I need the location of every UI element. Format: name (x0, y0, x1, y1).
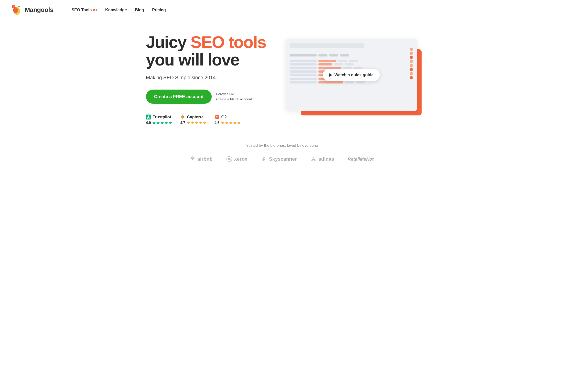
trusted-section: Trusted by the big ones, loved by everyo… (0, 134, 563, 176)
star-1: ★ (221, 120, 225, 125)
rating-brand-g2: G2 G2 (215, 115, 227, 120)
capterra-score-row: 4.7 ★ ★ ★ ★ ★ (180, 120, 206, 125)
watch-guide-button[interactable]: Watch a quick guide (323, 69, 380, 81)
blog-link[interactable]: Blog (135, 8, 144, 12)
play-icon (329, 73, 332, 77)
star-5: ★ (237, 120, 241, 125)
cta-subtext-line1: Forever FREE. (216, 92, 252, 97)
trustpilot-label: Trustpilot (153, 115, 171, 120)
retailmenot-text: RetailMeNot (348, 157, 374, 162)
svg-text:10: 10 (13, 6, 14, 7)
skyscanner-logo: Skyscanner (261, 156, 297, 162)
trustpilot-stars: ★ ★ ★ ★ ★ (152, 120, 172, 125)
adidas-logo: adidas (310, 156, 334, 162)
star-2: ★ (225, 120, 229, 125)
rating-brand-capterra: Capterra (180, 115, 204, 120)
trusted-title: Trusted by the big ones, loved by everyo… (11, 143, 552, 148)
navbar: 10 Mangools SEO Tools ▾ Knowledge Blog P… (0, 0, 563, 20)
capterra-icon (180, 115, 185, 120)
g2-icon: G2 (215, 115, 219, 120)
dash-data-row (290, 81, 413, 84)
g2-label: G2 (221, 115, 227, 120)
rating-g2: G2 G2 4.6 ★ ★ ★ ★ ★ (215, 115, 241, 125)
star-4: ★ (199, 120, 203, 125)
heading-highlight: SEO tools (191, 33, 266, 51)
nav-item-seo-tools[interactable]: SEO Tools ▾ (72, 8, 97, 12)
capterra-score: 4.7 (180, 121, 185, 125)
dashboard-screenshot: Watch a quick guide (286, 39, 417, 111)
star-1: ★ (187, 120, 190, 125)
ratings-row: Trustpilot 4.9 ★ ★ ★ ★ ★ (146, 115, 277, 125)
capterra-label: Capterra (187, 115, 204, 120)
airbnb-logo: airbnb (189, 156, 213, 162)
trustpilot-icon (146, 115, 151, 120)
nav-links: SEO Tools ▾ Knowledge Blog Pricing (72, 8, 166, 12)
cta-row: Create a FREE account Forever FREE. Crea… (146, 90, 277, 104)
rating-capterra: Capterra 4.7 ★ ★ ★ ★ ★ (180, 115, 206, 125)
dash-data-row (290, 60, 413, 62)
mangools-logo-icon: 10 (11, 4, 23, 16)
xerox-logo: xerox (226, 156, 247, 162)
seo-tools-link[interactable]: SEO Tools ▾ (72, 8, 97, 12)
g2-stars: ★ ★ ★ ★ ★ (221, 120, 241, 125)
heading-text-juicy: Juicy (146, 33, 191, 51)
cta-subtext-line2: Create a FREE account (216, 97, 252, 102)
airbnb-text: airbnb (197, 156, 213, 162)
star-2: ★ (156, 120, 160, 125)
star-3: ★ (195, 120, 198, 125)
create-account-button[interactable]: Create a FREE account (146, 90, 212, 104)
logo-area[interactable]: 10 Mangools (11, 4, 53, 16)
skyscanner-text: Skyscanner (269, 156, 297, 162)
hero-heading: Juicy SEO tools you will love (146, 34, 277, 68)
xerox-text: xerox (234, 156, 247, 162)
brand-logos-row: airbnb xerox Skyscanner adidas Ret (11, 156, 552, 162)
g2-score-row: 4.6 ★ ★ ★ ★ ★ (215, 120, 241, 125)
retailmenot-logo: RetailMeNot (348, 157, 374, 162)
rating-trustpilot: Trustpilot 4.9 ★ ★ ★ ★ ★ (146, 115, 172, 125)
chevron-down-icon: ▾ (96, 8, 97, 12)
star-2: ★ (191, 120, 194, 125)
airbnb-icon (189, 156, 196, 162)
dash-header-row (290, 54, 413, 57)
nav-divider (65, 6, 65, 14)
trustpilot-score: 4.9 (146, 121, 151, 125)
star-5: ★ (168, 120, 172, 125)
dash-data-row (290, 67, 413, 69)
dash-topbar (290, 43, 364, 48)
star-1: ★ (152, 120, 156, 125)
knowledge-link[interactable]: Knowledge (105, 8, 127, 12)
nav-item-pricing[interactable]: Pricing (152, 8, 166, 12)
adidas-icon (310, 156, 317, 162)
rating-brand-trustpilot: Trustpilot (146, 115, 171, 120)
svg-text:G2: G2 (216, 116, 219, 119)
star-4: ★ (233, 120, 237, 125)
skyscanner-icon (261, 156, 267, 162)
trustpilot-score-row: 4.9 ★ ★ ★ ★ ★ (146, 120, 172, 125)
brand-name: Mangools (25, 6, 53, 13)
nav-item-knowledge[interactable]: Knowledge (105, 8, 127, 12)
dash-data-row (290, 63, 413, 65)
pricing-link[interactable]: Pricing (152, 8, 166, 12)
star-5: ★ (203, 120, 206, 125)
xerox-icon (226, 156, 232, 162)
heading-line2: you will love (146, 50, 239, 69)
hero-right: Watch a quick guide (286, 39, 417, 120)
star-3: ★ (160, 120, 164, 125)
nav-item-blog[interactable]: Blog (135, 8, 144, 12)
hero-section: Juicy SEO tools you will love Making SEO… (135, 20, 428, 134)
g2-score: 4.6 (215, 121, 219, 125)
star-4: ★ (164, 120, 168, 125)
hero-subtext: Making SEO Simple since 2014. (146, 75, 277, 81)
watch-guide-label: Watch a quick guide (334, 73, 373, 77)
svg-marker-6 (183, 115, 185, 117)
capterra-stars: ★ ★ ★ ★ ★ (187, 120, 206, 125)
adidas-text: adidas (319, 156, 334, 162)
hero-content-left: Juicy SEO tools you will love Making SEO… (146, 34, 277, 125)
cta-subtext: Forever FREE. Create a FREE account (216, 92, 252, 102)
svg-point-10 (228, 158, 230, 161)
star-3: ★ (229, 120, 233, 125)
new-indicator-dot (93, 9, 95, 11)
